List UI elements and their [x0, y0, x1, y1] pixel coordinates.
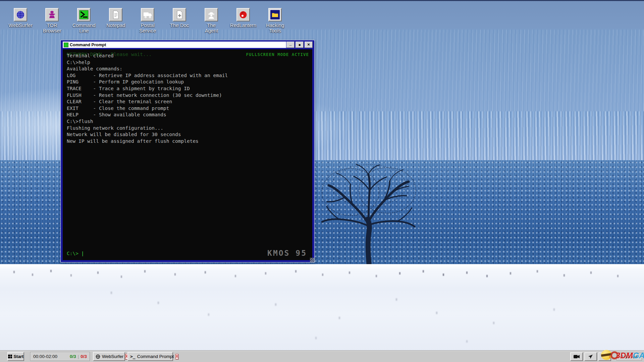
icon-label: Notepad	[106, 22, 125, 28]
task-button-websurfer[interactable]: WebSurfer X	[93, 352, 125, 361]
folder-icon	[270, 9, 280, 20]
terminal-prompt-icon: >_	[130, 354, 136, 359]
prompt-text: C:\>	[67, 251, 78, 256]
task-close-button[interactable]: X	[175, 354, 178, 359]
task-label: Command Prompt	[137, 354, 174, 359]
terminal-line: HELP - Show available commands	[67, 112, 228, 118]
icon-label: Command	[65, 23, 102, 28]
lantern-icon	[238, 10, 248, 19]
terminal-line: CLEAR - Clear the terminal screen	[67, 99, 228, 105]
desktop-icon-the-agent[interactable]: The Agent	[193, 8, 230, 34]
icon-tile	[268, 8, 282, 21]
terminal-output: Terminal cleared C:\>help Available comm…	[67, 53, 228, 144]
notepad-icon	[111, 10, 120, 19]
terminal-line: Available commands:	[67, 66, 228, 72]
terminal-line: Network will be disabled for 30 seconds	[67, 131, 228, 138]
icon-tile	[236, 8, 250, 21]
tray-location-button[interactable]	[584, 352, 597, 361]
desktop-icon-tor-browser[interactable]: TOR Browser	[34, 8, 70, 34]
icon-label: The	[193, 23, 230, 28]
close-button[interactable]: ×	[305, 42, 313, 48]
timer-range: 00:00-02:00	[33, 354, 57, 359]
window-titlebar[interactable]: Command Prompt	[63, 42, 286, 48]
bare-tree-silhouette	[319, 154, 419, 264]
task-label: WebSurfer	[102, 354, 123, 359]
desktop-icon-hacking-tools[interactable]: Hacking Tools	[257, 8, 293, 34]
terminal-line: C:\>flush	[67, 118, 228, 125]
taskbar: Start 00:00-02:00 0/3 | 0/3 WebSurf	[0, 351, 644, 362]
timer-success-count: 0/3	[70, 354, 76, 359]
globe-icon	[96, 354, 100, 359]
window-title: Command Prompt	[70, 43, 106, 47]
terminal-line: Flushing network configuration...	[67, 125, 228, 132]
terminal-line: Terminal cleared	[67, 53, 228, 59]
desktop-icon-redlantern[interactable]: RedLantern	[225, 8, 262, 28]
terminal-screen[interactable]: NETWORK DOWN - Please wait... FULLSCREEN…	[63, 49, 312, 260]
icon-label-line2: Agent	[193, 28, 230, 34]
icon-tile	[45, 8, 59, 21]
session-timer-panel: 00:00-02:00 0/3 | 0/3	[30, 352, 90, 361]
icon-label-line2: Line	[65, 28, 102, 34]
desktop-icon-notepad[interactable]: Notepad	[97, 8, 134, 28]
tray-camera-button[interactable]	[570, 352, 583, 361]
cursor-arrow-icon	[588, 354, 593, 359]
icon-label: Hacking	[257, 23, 293, 28]
desktop-icon-command-line[interactable]: Command Line	[65, 8, 102, 34]
wallpaper-snow-field	[0, 264, 644, 351]
icon-tile	[173, 8, 186, 21]
desktop-icon-the-doc[interactable]: The Doc	[161, 8, 198, 28]
icon-label: The Doc	[170, 22, 189, 28]
tray-clock: 1:17 AM	[616, 353, 642, 361]
icon-label: WebSurfer	[8, 22, 32, 28]
terminal-line: EXIT - Close the command prompt	[67, 105, 228, 112]
terminal-line: TRACE - Trace a shipment by tracking ID	[67, 85, 228, 92]
windows-logo-icon	[8, 355, 12, 358]
globe-icon	[16, 10, 25, 19]
terminal-title-icon	[64, 43, 68, 47]
document-plus-icon	[175, 10, 184, 19]
maximize-button[interactable]: ■	[296, 42, 304, 48]
agent-icon	[207, 10, 216, 19]
window-resize-grip[interactable]	[310, 258, 314, 262]
timer-separator: |	[78, 354, 79, 359]
start-button[interactable]: Start	[7, 352, 24, 361]
icon-label: RedLantern	[230, 22, 256, 28]
terminal-cursor: |	[81, 251, 84, 256]
minimize-button[interactable]: _	[286, 42, 294, 48]
terminal-line: LOG - Retrieve IP address associated wit…	[67, 72, 228, 79]
icon-label-line2: Service	[129, 28, 166, 34]
icon-tile	[77, 8, 91, 21]
icon-tile	[141, 8, 154, 21]
tray-wifi-button[interactable]	[598, 352, 611, 361]
icon-tile	[109, 8, 122, 21]
truck-icon	[143, 10, 153, 20]
icon-label: TOR	[34, 23, 70, 28]
timer-fail-count: 0/3	[80, 354, 87, 359]
icon-label: Postal	[129, 23, 166, 28]
start-label: Start	[13, 354, 23, 359]
wifi-icon	[601, 354, 608, 359]
icon-tile	[14, 8, 27, 21]
terminal-line: C:\>help	[67, 59, 228, 66]
fullscreen-status: FULLSCREEN MODE ACTIVE	[246, 52, 309, 57]
task-button-command-prompt[interactable]: >_ Command Prompt X	[127, 352, 173, 361]
terminal-prompt-line[interactable]: C:\>|	[67, 251, 84, 256]
desktop: WebSurfer TOR Browser	[0, 0, 644, 362]
os-watermark: KMOS 95	[267, 249, 307, 257]
screen-top-edge	[0, 0, 644, 1]
icon-tile	[205, 8, 218, 21]
clock-time: 1:17 AM	[621, 354, 637, 359]
terminal-line: FLUSH - Reset network connection (30 sec…	[67, 92, 228, 99]
icon-label-line2: Tools	[257, 28, 293, 34]
terminal-line: New IP will be assigned after flush comp…	[67, 138, 228, 145]
desktop-icon-postal-service[interactable]: Postal Service	[129, 8, 166, 34]
terminal-line: PING - Perform IP geolocation lookup	[67, 79, 228, 85]
command-prompt-window: Command Prompt _ ■ × NETWORK DOWN - Plea…	[60, 40, 315, 262]
camera-icon	[573, 354, 580, 359]
onion-icon	[47, 10, 57, 19]
icon-label-line2: Browser	[34, 28, 70, 34]
terminal-icon	[79, 10, 89, 20]
